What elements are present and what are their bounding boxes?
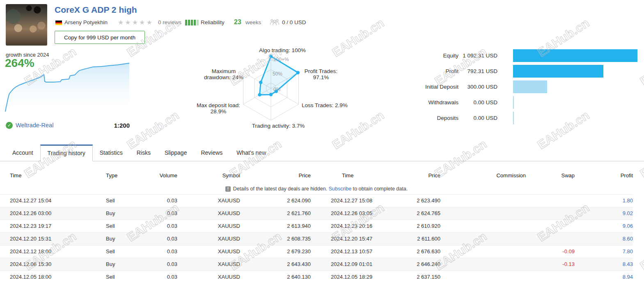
hidden-deals-notice: !Details of the latest day deals are hid… bbox=[0, 183, 633, 194]
cell-close-price: 2 624.765 bbox=[401, 207, 440, 220]
cell-type: Sell bbox=[96, 194, 140, 207]
subscribers-icon bbox=[270, 18, 280, 26]
cell-close-time: 2024.12.27 15:08 bbox=[311, 194, 401, 207]
stat-row-equity: Equity 1 092.31 USD bbox=[410, 48, 639, 63]
stat-row-deposits: Deposits 0.00 USD bbox=[410, 110, 639, 126]
watermark: EAHub.cn bbox=[637, 229, 644, 273]
radar-label-algo-trading: Algo trading: 100% bbox=[221, 47, 344, 53]
stat-bar-equity bbox=[513, 49, 637, 62]
cell-close-price: 2 637.150 bbox=[401, 271, 440, 282]
cell-open-time: 2024.12.26 03:00 bbox=[0, 207, 96, 220]
stat-bar-deposits bbox=[513, 112, 514, 124]
tab-account[interactable]: Account bbox=[5, 144, 40, 161]
col-header-symbol: Symbol bbox=[177, 161, 240, 183]
col-header-volume: Volume bbox=[140, 161, 177, 183]
cell-close-time: 2024.12.23 20:16 bbox=[311, 220, 401, 232]
table-row: 2024.12.20 15:31Buy0.03XAUUSD2 608.73520… bbox=[0, 232, 633, 245]
cell-type: Sell bbox=[96, 271, 140, 282]
cell-volume: 0.03 bbox=[140, 245, 177, 258]
stat-label: Profit bbox=[410, 68, 458, 74]
cell-symbol: XAUUSD bbox=[177, 245, 240, 258]
trading-history-table: Time Type Volume Symbol Price Time Price… bbox=[0, 161, 633, 282]
cell-symbol: XAUUSD bbox=[177, 194, 240, 207]
cell-profit: 9.02 bbox=[575, 207, 633, 220]
col-header-type: Type bbox=[96, 161, 140, 183]
radar-label-profit-trades: Profit Trades:97.1% bbox=[298, 68, 344, 80]
stat-label: Deposits bbox=[410, 115, 458, 121]
cell-type: Buy bbox=[96, 258, 140, 271]
signal-radar-chart: Algo trading: 100% Profit Trades:97.1% L… bbox=[189, 43, 374, 140]
tab-statistics[interactable]: Statistics bbox=[93, 144, 130, 161]
reliability-label: Reliability bbox=[201, 19, 225, 25]
cell-symbol: XAUUSD bbox=[177, 220, 240, 232]
cell-profit: 8.43 bbox=[575, 258, 633, 271]
cell-open-price: 2 640.130 bbox=[240, 271, 311, 282]
author-row: Arseny Potyekhin ★★★★★ 0 reviews Reliabi… bbox=[55, 19, 334, 27]
tab-risks[interactable]: Risks bbox=[130, 144, 158, 161]
col-header-open-time: Time bbox=[0, 161, 96, 183]
copy-signal-button[interactable]: Copy for 999 USD per month bbox=[55, 31, 145, 44]
cell-open-price: 2 608.735 bbox=[240, 232, 311, 245]
reliability-bars-icon bbox=[185, 20, 199, 25]
cell-open-time: 2024.12.20 15:31 bbox=[0, 232, 96, 245]
radar-label-maximum-drawdown: Maximumdrawdown: 24% bbox=[193, 68, 254, 80]
growth-chart bbox=[0, 58, 130, 113]
cell-close-time: 2024.12.05 18:29 bbox=[311, 271, 401, 282]
cell-open-time: 2024.12.12 18:00 bbox=[0, 245, 96, 258]
cell-open-price: 2 621.760 bbox=[240, 207, 311, 220]
cell-open-price: 2 613.940 bbox=[240, 220, 311, 232]
subscribe-link[interactable]: Subscribe bbox=[329, 186, 352, 192]
cell-close-price: 2 611.600 bbox=[401, 232, 440, 245]
stat-label: Equity bbox=[410, 53, 458, 59]
tab-slippage[interactable]: Slippage bbox=[158, 144, 194, 161]
table-row: 2024.12.06 15:30Buy0.03XAUUSD2 643.43020… bbox=[0, 258, 633, 271]
stat-row-withdrawals: Withdrawals 0.00 USD bbox=[410, 94, 639, 110]
cell-commission bbox=[440, 194, 526, 207]
stat-value: 792.31 USD bbox=[458, 68, 497, 74]
cell-commission bbox=[440, 258, 526, 271]
germany-flag-icon bbox=[55, 21, 62, 25]
cell-close-time: 2024.12.13 10:57 bbox=[311, 245, 401, 258]
broker-account-link[interactable]: Weltrade-Real bbox=[16, 122, 53, 128]
radar-ring-label-50: 50% bbox=[273, 71, 282, 77]
cell-commission bbox=[440, 271, 526, 282]
cell-swap bbox=[526, 232, 575, 245]
tab-whats-new[interactable]: What's new bbox=[229, 144, 273, 161]
weeks-value: 23 bbox=[234, 18, 241, 26]
radar-ring-label-100: 100+% bbox=[273, 57, 289, 62]
cell-profit: 9.06 bbox=[575, 220, 633, 232]
cell-type: Buy bbox=[96, 207, 140, 220]
cell-symbol: XAUUSD bbox=[177, 258, 240, 271]
cell-profit: 8.94 bbox=[575, 271, 633, 282]
table-header-row: Time Type Volume Symbol Price Time Price… bbox=[0, 161, 633, 183]
hidden-details-icon: ! bbox=[225, 186, 231, 192]
cell-commission bbox=[440, 220, 526, 232]
stat-row-profit: Profit 792.31 USD bbox=[410, 63, 639, 79]
table-row: 2024.12.27 15:04Sell0.03XAUUSD2 624.0902… bbox=[0, 194, 633, 207]
stat-value: 0.00 USD bbox=[458, 99, 497, 105]
cell-open-time: 2024.12.27 15:04 bbox=[0, 194, 96, 207]
cell-commission bbox=[440, 207, 526, 220]
leverage-value: 1:200 bbox=[99, 122, 130, 129]
stat-row-initial-deposit: Initial Deposit 300.00 USD bbox=[410, 79, 639, 94]
tab-trading-history[interactable]: Trading history bbox=[40, 144, 93, 161]
stat-value: 0.00 USD bbox=[458, 115, 497, 121]
page-title: CoreX G ADP 2 high bbox=[55, 5, 137, 15]
radar-label-max-deposit-load: Max deposit load:28.9% bbox=[189, 102, 248, 115]
cell-close-price: 2 676.630 bbox=[401, 245, 440, 258]
account-stats: Equity 1 092.31 USD Profit 792.31 USD In… bbox=[410, 48, 639, 126]
cell-open-time: 2024.12.05 18:00 bbox=[0, 271, 96, 282]
cell-profit: 1.80 bbox=[575, 194, 633, 207]
cell-volume: 0.03 bbox=[140, 271, 177, 282]
notice-text-after: to obtain complete data. bbox=[353, 186, 408, 192]
cell-swap bbox=[526, 207, 575, 220]
col-header-swap: Swap bbox=[526, 161, 575, 183]
radar-label-trading-activity: Trading activity: 3.7% bbox=[217, 123, 340, 129]
cell-close-time: 2024.12.20 15:47 bbox=[311, 232, 401, 245]
author-link[interactable]: Arseny Potyekhin bbox=[64, 19, 108, 25]
cell-open-time: 2024.12.23 19:17 bbox=[0, 220, 96, 232]
cell-commission bbox=[440, 232, 526, 245]
tab-reviews[interactable]: Reviews bbox=[194, 144, 229, 161]
subscribers-value: 0 / 0 USD bbox=[282, 19, 306, 25]
cell-swap: -0.13 bbox=[526, 258, 575, 271]
